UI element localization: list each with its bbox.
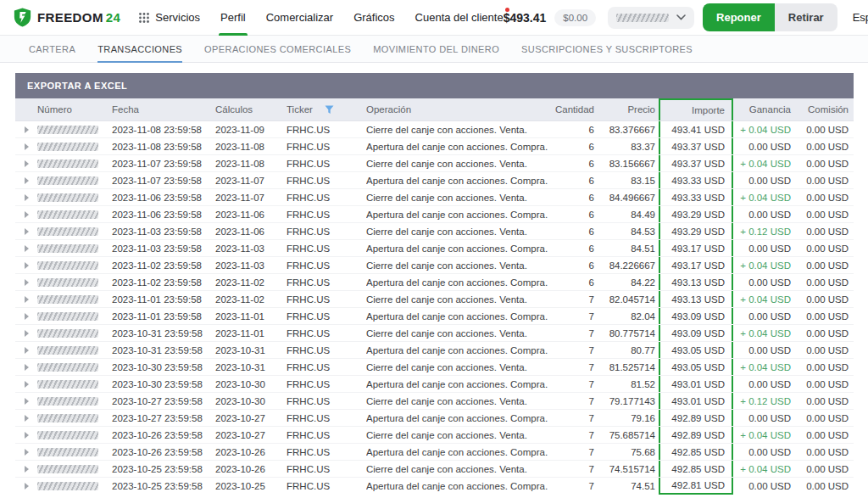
caret-right-icon[interactable] bbox=[25, 279, 29, 286]
caret-right-icon[interactable] bbox=[25, 177, 29, 184]
table-row[interactable]: 2023-10-26 23:59:58 2023-10-27 FRHC.US C… bbox=[15, 427, 854, 444]
cell-calculos: 2023-11-07 bbox=[215, 189, 287, 205]
table-row[interactable]: 2023-11-06 23:59:58 2023-11-07 FRHC.US C… bbox=[15, 189, 854, 206]
cell-operacion: Cierre del canje con acciones. Venta. bbox=[366, 393, 555, 409]
nav-servicios[interactable]: Servicios bbox=[139, 0, 200, 36]
tab-movimiento-del-dinero[interactable]: MOVIMIENTO DEL DINERO bbox=[373, 36, 499, 62]
table-row[interactable]: 2023-10-31 23:59:58 2023-11-01 FRHC.US C… bbox=[15, 325, 854, 342]
table-row[interactable]: 2023-10-30 23:59:58 2023-10-31 FRHC.US C… bbox=[15, 359, 854, 376]
nav-comercializar[interactable]: Comercializar bbox=[266, 0, 333, 36]
header-operacion[interactable]: Operación bbox=[366, 98, 555, 120]
filter-icon[interactable] bbox=[325, 105, 334, 115]
caret-right-icon[interactable] bbox=[25, 228, 29, 235]
table-row[interactable]: 2023-10-25 23:59:58 2023-10-26 FRHC.US C… bbox=[15, 461, 854, 478]
table-row[interactable]: 2023-10-31 23:59:58 2023-10-31 FRHC.US A… bbox=[15, 342, 854, 359]
balance-secondary-badge: $0.00 bbox=[554, 9, 596, 26]
tab-suscripciones-y-suscriptores[interactable]: SUSCRIPCIONES Y SUSCRIPTORES bbox=[521, 36, 693, 62]
caret-right-icon[interactable] bbox=[25, 364, 29, 371]
cell-ticker: FRHC.US bbox=[287, 121, 366, 137]
cell-fecha: 2023-10-30 23:59:58 bbox=[112, 376, 215, 392]
caret-right-icon[interactable] bbox=[25, 313, 29, 320]
caret-right-icon[interactable] bbox=[25, 143, 29, 150]
cell-ticker: FRHC.US bbox=[287, 444, 366, 460]
cell-precio: 81.52 bbox=[598, 376, 659, 392]
cell-calculos: 2023-11-08 bbox=[215, 138, 287, 154]
transaction-number-redacted bbox=[37, 244, 98, 253]
table-row[interactable]: 2023-10-30 23:59:58 2023-10-30 FRHC.US A… bbox=[15, 376, 854, 393]
withdraw-button[interactable]: Retirar bbox=[775, 3, 837, 31]
cell-importe: 493.09 USD bbox=[659, 325, 733, 341]
table-row[interactable]: 2023-11-07 23:59:58 2023-11-08 FRHC.US C… bbox=[15, 155, 854, 172]
table-row[interactable]: 2023-10-27 23:59:58 2023-10-30 FRHC.US C… bbox=[15, 393, 854, 410]
caret-right-icon[interactable] bbox=[25, 449, 29, 456]
table-row[interactable]: 2023-11-03 23:59:58 2023-11-03 FRHC.US A… bbox=[15, 240, 854, 257]
cell-importe: 493.13 USD bbox=[659, 274, 733, 290]
nav-perfil[interactable]: Perfil bbox=[220, 0, 246, 36]
caret-right-icon[interactable] bbox=[25, 347, 29, 354]
header-importe[interactable]: Importe bbox=[659, 98, 733, 120]
table-row[interactable]: 2023-10-25 23:59:58 2023-10-25 FRHC.US A… bbox=[15, 478, 854, 495]
table-row[interactable]: 2023-11-07 23:59:58 2023-11-07 FRHC.US A… bbox=[15, 172, 854, 189]
cell-importe: 492.89 USD bbox=[659, 410, 733, 426]
table-row[interactable]: 2023-11-01 23:59:58 2023-11-01 FRHC.US A… bbox=[15, 308, 854, 325]
header-calculos[interactable]: Cálculos bbox=[215, 98, 287, 120]
cell-comision: 0.00 USD bbox=[794, 325, 854, 341]
cell-calculos: 2023-11-02 bbox=[215, 291, 287, 307]
deposit-button[interactable]: Reponer bbox=[703, 3, 775, 31]
header-ganancia[interactable]: Ganancia bbox=[733, 98, 794, 120]
table-row[interactable]: 2023-11-02 23:59:58 2023-11-02 FRHC.US A… bbox=[15, 274, 854, 291]
table-row[interactable]: 2023-11-06 23:59:58 2023-11-06 FRHC.US A… bbox=[15, 206, 854, 223]
caret-right-icon[interactable] bbox=[25, 466, 29, 473]
caret-right-icon[interactable] bbox=[25, 296, 29, 303]
caret-right-icon[interactable] bbox=[25, 160, 29, 167]
cell-importe: 493.33 USD bbox=[659, 172, 733, 188]
cell-precio: 83.376667 bbox=[598, 121, 659, 137]
caret-right-icon[interactable] bbox=[25, 432, 29, 439]
cell-comision: 0.00 USD bbox=[794, 155, 854, 171]
tab-operaciones-comerciales[interactable]: OPERACIONES COMERCIALES bbox=[204, 36, 351, 62]
transaction-number-redacted bbox=[37, 329, 98, 338]
nav-cuenta-del-cliente[interactable]: Cuenta del cliente bbox=[415, 0, 504, 36]
cell-cantidad: 6 bbox=[555, 223, 598, 239]
caret-right-icon[interactable] bbox=[25, 211, 29, 218]
table-row[interactable]: 2023-11-01 23:59:58 2023-11-02 FRHC.US C… bbox=[15, 291, 854, 308]
header-precio[interactable]: Precio bbox=[598, 98, 659, 120]
chevron-down-icon bbox=[676, 14, 686, 20]
cell-operacion: Apertura del canje con acciones. Compra. bbox=[366, 410, 555, 426]
caret-right-icon[interactable] bbox=[25, 245, 29, 252]
cell-fecha: 2023-10-27 23:59:58 bbox=[112, 410, 215, 426]
caret-right-icon[interactable] bbox=[25, 126, 29, 133]
table-row[interactable]: 2023-10-26 23:59:58 2023-10-26 FRHC.US A… bbox=[15, 444, 854, 461]
account-selector[interactable] bbox=[608, 7, 694, 29]
caret-right-icon[interactable] bbox=[25, 381, 29, 388]
caret-right-icon[interactable] bbox=[25, 194, 29, 201]
table-row[interactable]: 2023-10-27 23:59:58 2023-10-27 FRHC.US A… bbox=[15, 410, 854, 427]
caret-right-icon[interactable] bbox=[25, 483, 29, 490]
cell-fecha: 2023-11-01 23:59:58 bbox=[112, 291, 215, 307]
header-fecha[interactable]: Fecha bbox=[112, 98, 215, 120]
cell-precio: 74.515714 bbox=[598, 461, 659, 477]
freedom24-logo[interactable]: FREEDOM24 bbox=[14, 8, 120, 27]
caret-right-icon[interactable] bbox=[25, 415, 29, 422]
nav-graficos[interactable]: Gráficos bbox=[353, 0, 394, 36]
cell-precio: 75.685714 bbox=[598, 427, 659, 443]
caret-right-icon[interactable] bbox=[25, 330, 29, 337]
caret-right-icon[interactable] bbox=[25, 398, 29, 405]
cell-precio: 80.775714 bbox=[598, 325, 659, 341]
table-row[interactable]: 2023-11-08 23:59:58 2023-11-09 FRHC.US C… bbox=[15, 121, 854, 138]
language-selector[interactable]: Esp bbox=[853, 11, 868, 24]
tab-cartera[interactable]: CARTERA bbox=[29, 36, 75, 62]
tab-transacciones[interactable]: TRANSACCIONES bbox=[97, 36, 182, 62]
header-cantidad[interactable]: Cantidad bbox=[555, 98, 598, 120]
header-comision[interactable]: Comisión bbox=[794, 98, 854, 120]
table-row[interactable]: 2023-11-03 23:59:58 2023-11-06 FRHC.US C… bbox=[15, 223, 854, 240]
table-row[interactable]: 2023-11-08 23:59:58 2023-11-08 FRHC.US A… bbox=[15, 138, 854, 155]
table-row[interactable]: 2023-11-02 23:59:58 2023-11-03 FRHC.US C… bbox=[15, 257, 854, 274]
caret-right-icon[interactable] bbox=[25, 262, 29, 269]
cell-cantidad: 7 bbox=[555, 478, 598, 495]
cell-ticker: FRHC.US bbox=[287, 342, 366, 358]
header-ticker[interactable]: Ticker bbox=[287, 98, 366, 120]
header-numero[interactable]: Número bbox=[37, 98, 112, 120]
cell-comision: 0.00 USD bbox=[794, 206, 854, 222]
export-to-excel-button[interactable]: EXPORTAR A EXCEL bbox=[15, 73, 854, 98]
